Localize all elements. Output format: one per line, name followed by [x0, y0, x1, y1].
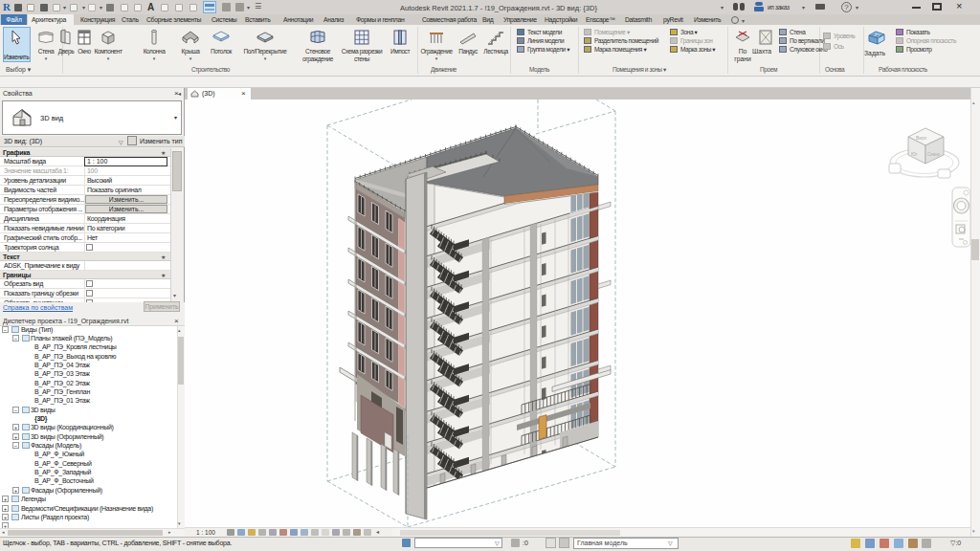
svg-text:Верх: Верх [916, 135, 927, 141]
svg-text:Юг: Юг [911, 151, 918, 157]
svg-text:Север: Север [927, 152, 941, 157]
